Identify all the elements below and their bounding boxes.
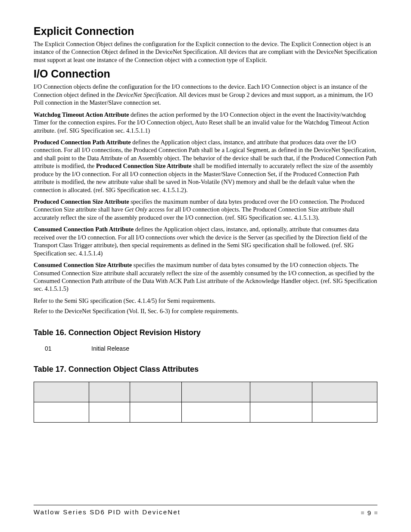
table-17: [34, 382, 377, 423]
page-footer: Watlow Series SD6 PID with DeviceNet 9: [34, 508, 377, 516]
table-header-cell: [130, 382, 182, 402]
paragraph: The Explicit Connection Object defines t…: [34, 40, 377, 64]
table-header-cell: [250, 382, 312, 402]
table-cell: [250, 402, 312, 422]
table-cell: [89, 402, 130, 422]
table-row: [34, 402, 377, 422]
table-17-title: Table 17. Connection Object Class Attrib…: [34, 365, 377, 374]
revision-row: 01Initial Release: [45, 345, 377, 352]
table-cell: [130, 402, 182, 422]
paragraph: Refer to the Semi SIG specification (Sec…: [34, 297, 377, 305]
paragraph: Watchdog Timeout Action Attribute define…: [34, 111, 377, 134]
footer-title: Watlow Series SD6 PID with DeviceNet: [34, 508, 181, 516]
text-italic: Get Only: [125, 206, 147, 213]
paragraph: Consumed Connection Size Attribute speci…: [34, 261, 377, 293]
paragraph: Consumed Connection Path Attribute defin…: [34, 225, 377, 257]
text-bold: Produced Connection Size Attribute: [34, 198, 129, 205]
table-header-cell: [181, 382, 250, 402]
paragraph: Produced Connection Path Attribute defin…: [34, 138, 377, 194]
revision-description: Initial Release: [91, 345, 129, 352]
square-icon: [361, 511, 364, 514]
heading-explicit-connection: Explicit Connection: [34, 25, 377, 37]
footer-rule: [34, 505, 377, 505]
text-bold: Consumed Connection Path Attribute: [34, 226, 134, 233]
page-number: 9: [367, 509, 371, 516]
table-cell: [312, 402, 377, 422]
table-cell: [34, 402, 89, 422]
table-header-cell: [34, 382, 89, 402]
paragraph: I/O Connection objects define the config…: [34, 83, 377, 106]
table-16-title: Table 16. Connection Object Revision His…: [34, 328, 377, 337]
paragraph: Refer to the DeviceNet Specification (Vo…: [34, 307, 377, 315]
revision-number: 01: [45, 345, 91, 352]
table-cell: [181, 402, 250, 422]
text-bold: Produced Connection Size Attribute: [96, 162, 192, 169]
table-header-row: [34, 382, 377, 402]
text-bold: Consumed Connection Size Attribute: [34, 261, 132, 268]
footer-page-number: 9: [361, 509, 377, 516]
paragraph: Produced Connection Size Attribute speci…: [34, 198, 377, 221]
table-header-cell: [312, 382, 377, 402]
text-italic: DeviceNet Specification: [116, 91, 176, 98]
table-header-cell: [89, 382, 130, 402]
heading-io-connection: I/O Connection: [34, 68, 377, 80]
text-bold: Produced Connection Path Attribute: [34, 139, 131, 146]
document-page: Explicit Connection The Explicit Connect…: [0, 0, 411, 532]
text-bold: Watchdog Timeout Action Attribute: [34, 111, 129, 118]
square-icon: [374, 511, 377, 514]
